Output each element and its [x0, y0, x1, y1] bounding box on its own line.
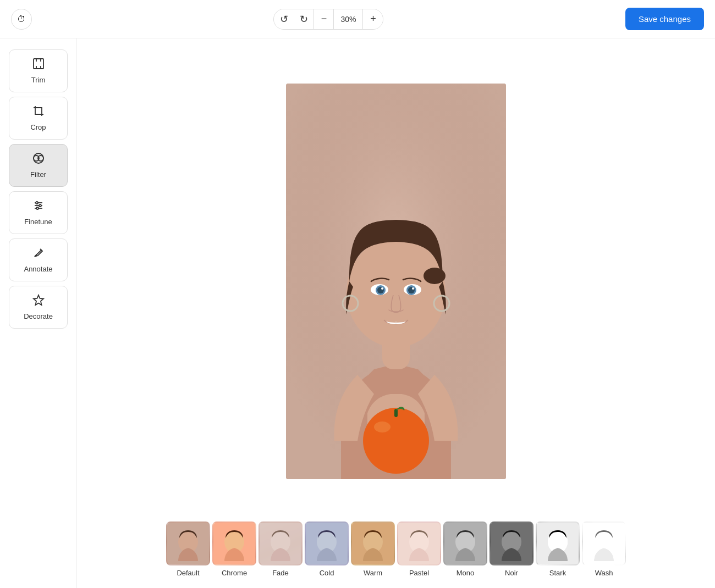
svg-point-20 — [346, 237, 446, 347]
filter-label-mono: Mono — [457, 569, 475, 577]
zoom-value: 30% — [333, 9, 363, 29]
svg-point-25 — [381, 287, 383, 290]
finetune-icon — [32, 199, 45, 214]
header-right: Save changes — [625, 8, 704, 30]
svg-point-5 — [34, 153, 43, 163]
filter-thumb-fade — [258, 522, 302, 565]
tool-finetune[interactable]: Finetune — [9, 191, 68, 234]
filter-thumb-mono — [443, 522, 487, 565]
filter-preview-cold — [306, 523, 348, 564]
tool-trim[interactable]: Trim — [9, 49, 68, 92]
svg-point-34 — [374, 421, 391, 432]
sidebar: Trim Crop Filter — [0, 38, 77, 588]
filter-item-pastel[interactable]: Pastel — [397, 522, 441, 577]
filter-item-stark[interactable]: Stark — [536, 522, 580, 577]
filter-icon — [32, 152, 45, 167]
header-center: ↺ ↻ − 30% + — [273, 9, 383, 30]
filter-thumb-pastel — [397, 522, 441, 565]
tool-crop[interactable]: Crop — [9, 97, 68, 140]
filter-item-default[interactable]: Default — [166, 522, 210, 577]
finetune-label: Finetune — [24, 218, 52, 226]
filter-item-warm[interactable]: Warm — [351, 522, 395, 577]
save-changes-button[interactable]: Save changes — [625, 8, 704, 30]
filter-label-fade: Fade — [272, 569, 289, 577]
decorate-label: Decorate — [24, 312, 53, 320]
svg-point-29 — [412, 287, 414, 290]
main: Trim Crop Filter — [0, 38, 715, 588]
zoom-minus-button[interactable]: − — [314, 9, 333, 30]
filter-thumb-cold — [305, 522, 349, 565]
filter-preview-stark — [537, 523, 579, 564]
undo-button[interactable]: ↺ — [274, 9, 294, 30]
filter-label-warm: Warm — [364, 569, 382, 577]
header: ⏱ ↺ ↻ − 30% + Save changes — [0, 0, 715, 38]
portrait-illustration — [286, 84, 506, 479]
trim-icon — [32, 58, 45, 73]
filter-label-stark: Stark — [549, 569, 566, 577]
filter-preview-warm — [352, 523, 394, 564]
filter-thumb-noir — [490, 522, 534, 565]
filter-thumb-warm — [351, 522, 395, 565]
filter-item-fade[interactable]: Fade — [258, 522, 302, 577]
filter-label-default: Default — [177, 569, 199, 577]
undo-icon: ↺ — [280, 13, 288, 25]
tool-filter[interactable]: Filter — [9, 144, 68, 187]
tool-annotate[interactable]: Annotate — [9, 238, 68, 281]
svg-point-33 — [363, 408, 429, 474]
photo-preview — [286, 84, 506, 479]
filter-label: Filter — [30, 170, 46, 179]
filter-preview-noir — [491, 523, 532, 564]
filter-item-noir[interactable]: Noir — [490, 522, 534, 577]
svg-rect-0 — [34, 59, 43, 69]
filter-thumb-wash — [582, 522, 626, 565]
filter-strip: Default Chrome — [88, 513, 704, 588]
filter-preview-mono — [444, 523, 486, 564]
filter-thumb-default — [166, 522, 210, 565]
zoom-plus-button[interactable]: + — [363, 9, 383, 30]
annotate-icon — [32, 247, 45, 262]
filter-label-cold: Cold — [320, 569, 334, 577]
filter-label-noir: Noir — [505, 569, 518, 577]
filter-thumb-chrome — [212, 522, 256, 565]
annotate-label: Annotate — [24, 265, 52, 273]
redo-button[interactable]: ↻ — [294, 9, 314, 30]
tool-decorate[interactable]: Decorate — [9, 286, 68, 329]
svg-rect-35 — [394, 409, 398, 417]
svg-point-12 — [39, 204, 41, 207]
svg-point-21 — [424, 268, 446, 284]
canvas-area: Default Chrome — [77, 38, 715, 588]
crop-icon — [32, 105, 45, 120]
svg-point-11 — [36, 202, 38, 204]
zoom-plus-icon: + — [370, 13, 376, 25]
history-icon: ⏱ — [17, 14, 26, 24]
filter-preview-fade — [260, 523, 301, 564]
zoom-minus-icon: − — [321, 13, 327, 25]
filter-label-pastel: Pastel — [409, 569, 429, 577]
filter-preview-wash — [583, 523, 625, 564]
filter-preview-default — [167, 523, 209, 564]
svg-point-13 — [36, 207, 38, 209]
svg-marker-16 — [34, 295, 43, 305]
history-button[interactable]: ⏱ — [11, 9, 32, 30]
filter-preview-pastel — [398, 523, 440, 564]
image-container — [286, 49, 506, 513]
filter-label-chrome: Chrome — [222, 569, 247, 577]
filter-item-wash[interactable]: Wash — [582, 522, 626, 577]
filter-item-mono[interactable]: Mono — [443, 522, 487, 577]
filter-item-chrome[interactable]: Chrome — [212, 522, 256, 577]
filter-thumb-stark — [536, 522, 580, 565]
filter-item-cold[interactable]: Cold — [305, 522, 349, 577]
crop-label: Crop — [30, 123, 46, 131]
filter-preview-chrome — [213, 523, 255, 564]
decorate-icon — [32, 294, 45, 309]
header-left: ⏱ — [11, 9, 32, 30]
filter-label-wash: Wash — [595, 569, 613, 577]
zoom-controls: ↺ ↻ − 30% + — [273, 9, 383, 30]
trim-label: Trim — [31, 76, 46, 84]
redo-icon: ↻ — [300, 13, 308, 25]
